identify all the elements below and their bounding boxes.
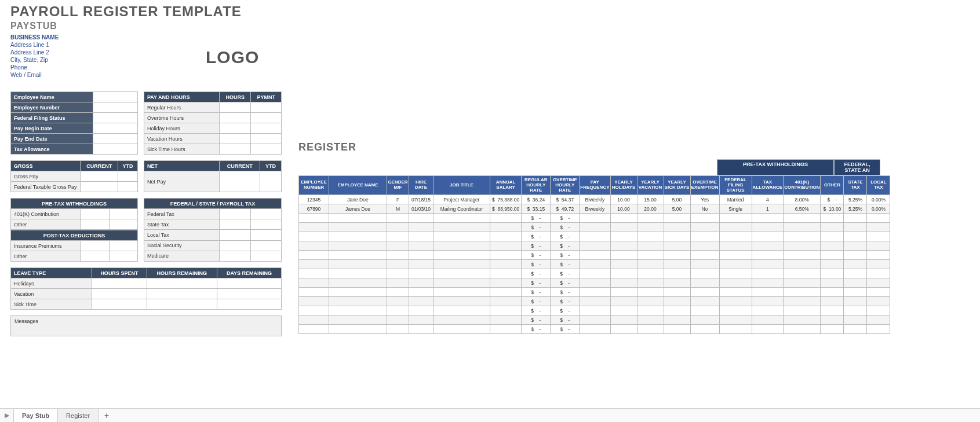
register-cell[interactable] xyxy=(719,232,752,241)
register-cell[interactable]: James Doe xyxy=(329,204,387,214)
register-cell[interactable] xyxy=(719,260,752,269)
register-cell[interactable] xyxy=(690,297,719,306)
register-cell[interactable] xyxy=(752,297,784,306)
register-cell[interactable] xyxy=(299,269,329,278)
register-cell[interactable]: Married xyxy=(719,195,752,204)
register-cell[interactable] xyxy=(821,260,844,269)
register-cell[interactable]: $ - xyxy=(551,325,580,334)
register-cell[interactable] xyxy=(784,260,821,269)
pay-hours-hours[interactable] xyxy=(220,102,251,113)
register-cell[interactable] xyxy=(719,288,752,297)
register-cell[interactable] xyxy=(821,288,844,297)
pretax-val1[interactable] xyxy=(81,219,109,230)
emp-field-value[interactable] xyxy=(93,92,138,102)
register-cell[interactable] xyxy=(784,223,821,232)
register-cell[interactable] xyxy=(867,315,890,325)
register-cell[interactable] xyxy=(664,241,690,251)
register-cell[interactable]: 10.00 xyxy=(610,195,637,204)
register-cell[interactable] xyxy=(821,325,844,334)
register-cell[interactable]: $ - xyxy=(522,306,551,315)
register-cell[interactable] xyxy=(610,306,637,315)
register-cell[interactable] xyxy=(637,306,664,315)
register-cell[interactable] xyxy=(409,232,433,241)
register-cell[interactable]: 5.25% xyxy=(844,204,867,214)
register-cell[interactable] xyxy=(409,315,433,325)
register-cell[interactable] xyxy=(719,269,752,278)
register-cell[interactable] xyxy=(690,288,719,297)
register-cell[interactable]: $ - xyxy=(551,214,580,223)
register-cell[interactable] xyxy=(784,241,821,251)
register-cell[interactable]: $ - xyxy=(551,288,580,297)
register-cell[interactable] xyxy=(409,288,433,297)
register-cell[interactable] xyxy=(821,297,844,306)
register-cell[interactable] xyxy=(664,306,690,315)
register-cell[interactable] xyxy=(387,306,409,315)
register-cell[interactable] xyxy=(387,260,409,269)
register-cell[interactable] xyxy=(433,315,490,325)
register-cell[interactable] xyxy=(752,269,784,278)
register-cell[interactable] xyxy=(690,269,719,278)
register-cell[interactable] xyxy=(490,278,522,288)
register-cell[interactable] xyxy=(690,241,719,251)
register-cell[interactable]: $ - xyxy=(551,297,580,306)
register-cell[interactable] xyxy=(433,306,490,315)
register-cell[interactable] xyxy=(387,288,409,297)
register-cell[interactable] xyxy=(409,325,433,334)
pay-hours-pymnt[interactable] xyxy=(251,144,282,155)
pay-hours-pymnt[interactable] xyxy=(251,102,282,113)
register-cell[interactable] xyxy=(299,214,329,223)
register-cell[interactable]: Jane Doe xyxy=(329,195,387,204)
posttax-val1[interactable] xyxy=(81,251,109,262)
register-cell[interactable] xyxy=(867,278,890,288)
register-cell[interactable] xyxy=(784,269,821,278)
register-cell[interactable] xyxy=(409,306,433,315)
register-cell[interactable] xyxy=(329,214,387,223)
register-cell[interactable] xyxy=(409,251,433,260)
register-cell[interactable] xyxy=(580,260,610,269)
emp-field-value[interactable] xyxy=(93,123,138,134)
register-cell[interactable] xyxy=(664,288,690,297)
register-cell[interactable] xyxy=(867,214,890,223)
register-cell[interactable] xyxy=(490,223,522,232)
register-cell[interactable] xyxy=(821,269,844,278)
register-cell[interactable] xyxy=(844,260,867,269)
register-cell[interactable]: $ - xyxy=(551,232,580,241)
register-cell[interactable] xyxy=(490,288,522,297)
register-cell[interactable] xyxy=(637,269,664,278)
register-cell[interactable]: $ - xyxy=(522,260,551,269)
register-cell[interactable] xyxy=(821,214,844,223)
register-cell[interactable] xyxy=(637,232,664,241)
register-cell[interactable] xyxy=(580,214,610,223)
register-cell[interactable] xyxy=(719,297,752,306)
register-cell[interactable] xyxy=(690,306,719,315)
register-cell[interactable] xyxy=(610,223,637,232)
pay-hours-hours[interactable] xyxy=(220,123,251,134)
register-cell[interactable] xyxy=(719,315,752,325)
register-cell[interactable] xyxy=(433,251,490,260)
register-cell[interactable] xyxy=(490,251,522,260)
register-cell[interactable]: $ - xyxy=(522,223,551,232)
register-cell[interactable] xyxy=(844,325,867,334)
register-cell[interactable] xyxy=(580,278,610,288)
register-cell[interactable] xyxy=(610,241,637,251)
register-cell[interactable] xyxy=(490,241,522,251)
register-cell[interactable] xyxy=(610,315,637,325)
register-cell[interactable] xyxy=(610,260,637,269)
leave-remain[interactable] xyxy=(147,299,217,310)
register-cell[interactable]: 01/03/10 xyxy=(409,204,433,214)
register-cell[interactable]: 5.00 xyxy=(664,204,690,214)
register-cell[interactable] xyxy=(329,315,387,325)
register-cell[interactable]: $ - xyxy=(522,278,551,288)
fedtax-val2[interactable] xyxy=(250,230,281,240)
register-cell[interactable] xyxy=(387,315,409,325)
register-cell[interactable] xyxy=(867,288,890,297)
register-cell[interactable]: $ - xyxy=(551,269,580,278)
register-cell[interactable] xyxy=(752,306,784,315)
leave-spent[interactable] xyxy=(92,278,147,289)
fedtax-val1[interactable] xyxy=(220,251,250,261)
register-cell[interactable] xyxy=(580,269,610,278)
register-cell[interactable]: $ - xyxy=(551,315,580,325)
fedtax-val1[interactable] xyxy=(220,209,250,219)
register-cell[interactable] xyxy=(752,241,784,251)
register-cell[interactable]: 0.00% xyxy=(867,204,890,214)
